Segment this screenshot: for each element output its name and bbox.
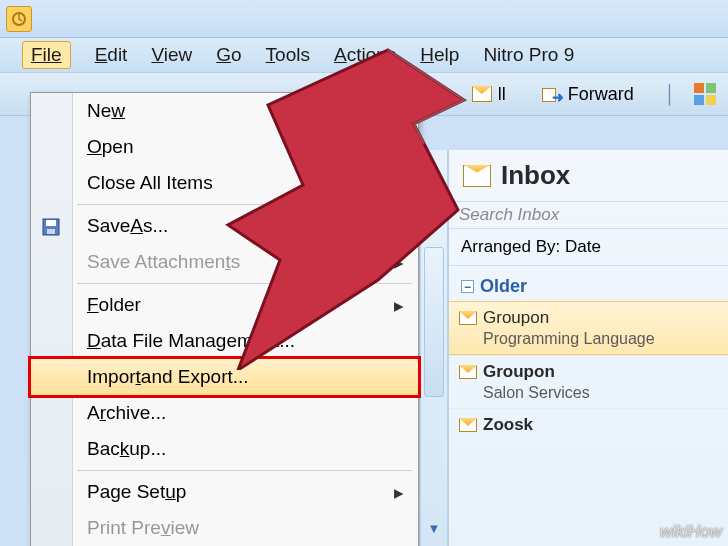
submenu-arrow-icon: ▸ bbox=[394, 251, 404, 274]
group-header-older[interactable]: − Older bbox=[449, 266, 728, 301]
menu-nitro[interactable]: Nitro Pro 9 bbox=[483, 44, 574, 66]
wikihow-watermark: wikiHow bbox=[660, 522, 722, 542]
title-bar bbox=[0, 0, 728, 38]
arrange-by-header[interactable]: Arranged By: Date bbox=[449, 229, 728, 266]
menu-file[interactable]: File bbox=[22, 41, 71, 69]
categories-icon[interactable] bbox=[694, 83, 716, 105]
menu-item-open[interactable]: Open▸ bbox=[31, 129, 418, 165]
scrollbar-thumb[interactable] bbox=[424, 247, 444, 397]
scroll-up-icon[interactable]: ▲ bbox=[428, 212, 441, 227]
inbox-icon bbox=[463, 165, 491, 187]
forward-button[interactable]: ➜Forward bbox=[533, 80, 643, 109]
collapse-group-icon[interactable]: − bbox=[461, 280, 474, 293]
menu-item-new[interactable]: New▸ bbox=[31, 93, 418, 129]
toolbar-separator: │ bbox=[665, 84, 676, 105]
submenu-arrow-icon: ▸ bbox=[394, 100, 404, 123]
menu-item-data-file-mgmt[interactable]: Data File Management... bbox=[31, 323, 418, 359]
closed-envelope-icon bbox=[459, 365, 477, 379]
menu-edit[interactable]: Edit bbox=[95, 44, 128, 66]
submenu-arrow-icon: ▸ bbox=[394, 136, 404, 159]
file-dropdown-menu: New▸ Open▸ Close All Items Save As... Sa… bbox=[30, 92, 419, 546]
menu-item-print-preview[interactable]: Print Preview bbox=[31, 510, 418, 546]
menu-go[interactable]: Go bbox=[216, 44, 241, 66]
menu-tools[interactable]: Tools bbox=[266, 44, 310, 66]
message-row[interactable]: Zoosk bbox=[449, 408, 728, 441]
menu-item-save-attachments: Save Attachments▸ bbox=[31, 244, 418, 280]
svg-rect-2 bbox=[46, 220, 56, 226]
menu-item-page-setup[interactable]: Page Setup▸ bbox=[31, 474, 418, 510]
inbox-header: Inbox bbox=[449, 150, 728, 201]
menu-item-save-as[interactable]: Save As... bbox=[31, 208, 418, 244]
floppy-disk-icon bbox=[41, 217, 63, 235]
menu-item-backup[interactable]: Backup... bbox=[31, 431, 418, 467]
message-row[interactable]: Groupon Salon Services bbox=[449, 355, 728, 408]
open-envelope-icon bbox=[459, 311, 477, 325]
menu-item-import-export[interactable]: Import and Export... bbox=[28, 356, 421, 398]
closed-envelope-icon bbox=[459, 418, 477, 432]
menu-actions[interactable]: Actions bbox=[334, 44, 396, 66]
svg-rect-3 bbox=[47, 229, 55, 234]
message-list-pane: Inbox Search Inbox Arranged By: Date − O… bbox=[448, 150, 728, 546]
menu-view[interactable]: View bbox=[151, 44, 192, 66]
search-input[interactable]: Search Inbox bbox=[449, 201, 728, 229]
submenu-arrow-icon: ▸ bbox=[394, 294, 404, 317]
outlook-app-icon bbox=[6, 6, 32, 32]
menu-item-folder[interactable]: Folder▸ bbox=[31, 287, 418, 323]
collapse-icon: « bbox=[432, 180, 436, 196]
nav-collapse-bar[interactable]: « ▲ ▼ bbox=[420, 150, 448, 546]
forward-icon: ➜ bbox=[542, 86, 562, 102]
menu-help[interactable]: Help bbox=[420, 44, 459, 66]
submenu-arrow-icon: ▸ bbox=[394, 481, 404, 504]
reply-all-button[interactable]: ll bbox=[463, 80, 515, 109]
menu-bar: File Edit View Go Tools Actions Help Nit… bbox=[0, 38, 728, 72]
message-row[interactable]: Groupon Programming Language bbox=[449, 301, 728, 355]
envelope-icon bbox=[472, 86, 492, 102]
menu-item-close-all[interactable]: Close All Items bbox=[31, 165, 418, 201]
menu-item-archive[interactable]: Archive... bbox=[31, 395, 418, 431]
scroll-down-icon[interactable]: ▼ bbox=[428, 521, 441, 536]
